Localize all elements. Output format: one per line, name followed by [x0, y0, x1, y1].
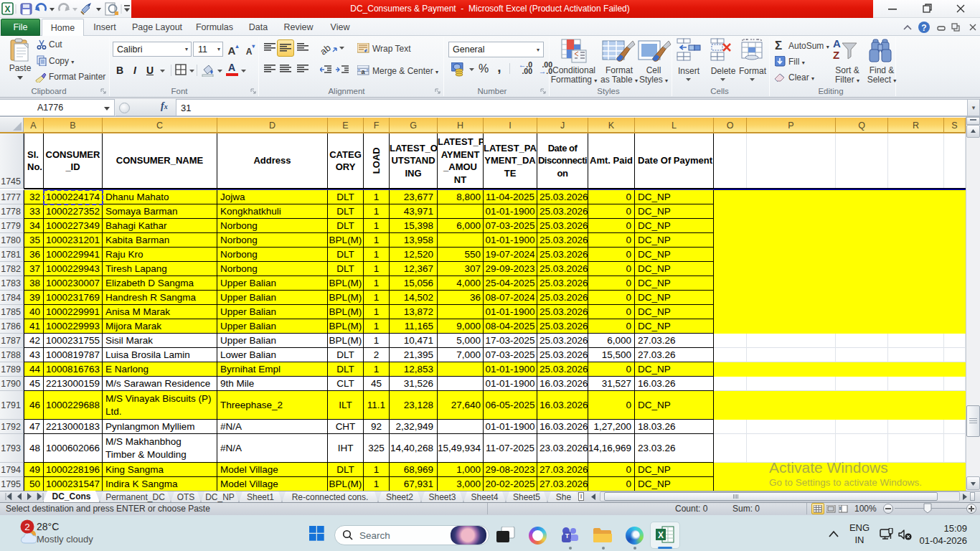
svg-text:T: T	[565, 532, 570, 540]
svg-text:A: A	[833, 37, 841, 50]
svg-text:ab: ab	[320, 42, 333, 56]
svg-text:Z: Z	[833, 49, 839, 61]
svg-text:X: X	[4, 4, 10, 14]
svg-text:X: X	[658, 530, 664, 540]
svg-text:?: ?	[921, 23, 926, 33]
svg-text:2: 2	[24, 522, 30, 532]
